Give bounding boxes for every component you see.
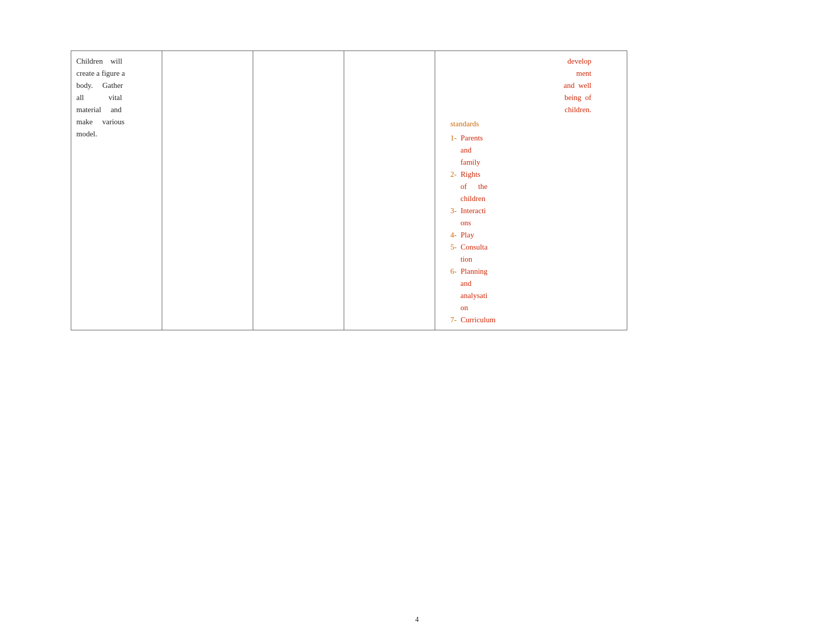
item-5-cont-1: tion (460, 253, 622, 265)
main-table: Children will create a figure a body. Ga… (71, 51, 627, 330)
table-wrapper: Children will create a figure a body. Ga… (71, 51, 627, 330)
item-2-cont-1: of the (460, 180, 622, 192)
list-item-1: 1- Parents (445, 132, 622, 144)
item-4-label: Play (460, 231, 474, 239)
item-2-label: Rights (460, 170, 480, 178)
table-row: Children will create a figure a body. Ga… (71, 51, 627, 330)
list-item-3: 3- Interacti (445, 205, 622, 217)
item-3-number: 3- (450, 207, 457, 215)
item-3-cont-1: ons (460, 217, 622, 229)
page-container: Children will create a figure a body. Ga… (0, 0, 834, 644)
item-5-number: 5- (450, 243, 457, 251)
item-6-cont-2: analysati (460, 289, 622, 302)
page-number: 4 (415, 616, 419, 624)
col2-cell (162, 51, 253, 330)
list-item-2: 2- Rights (445, 168, 622, 180)
item-6-cont-1: and (460, 277, 622, 289)
item-2-cont-2: children (460, 192, 622, 205)
item-1-number: 1- (450, 134, 457, 142)
col3-cell (253, 51, 344, 330)
item-1-cont-2: family (460, 156, 622, 168)
list-item-4: 4- Play (445, 229, 622, 241)
col1-cell: Children will create a figure a body. Ga… (71, 51, 162, 330)
item-7-label: Curriculum (460, 316, 495, 324)
item-1-label: Parents (460, 134, 483, 142)
list-item-5: 5- Consulta (445, 241, 622, 253)
standards-label: standards (445, 118, 622, 130)
item-3-label: Interacti (460, 207, 486, 215)
item-7-number: 7- (450, 316, 457, 324)
list-item-7: 7- Curriculum (445, 314, 622, 326)
item-2-number: 2- (450, 170, 457, 178)
col5-cell: develop ment and well being of children.… (435, 51, 627, 330)
item-4-number: 4- (450, 231, 457, 239)
item-5-label: Consulta (460, 243, 487, 251)
item-1-cont-1: and (460, 144, 622, 156)
col5-top-text: develop ment and well being of children. (445, 55, 622, 116)
list-item-6: 6- Planning (445, 265, 622, 277)
col4-cell (344, 51, 435, 330)
item-6-number: 6- (450, 267, 457, 275)
col1-text: Children will create a figure a body. Ga… (76, 55, 157, 140)
item-6-label: Planning (460, 267, 487, 275)
item-6-cont-3: on (460, 302, 622, 314)
